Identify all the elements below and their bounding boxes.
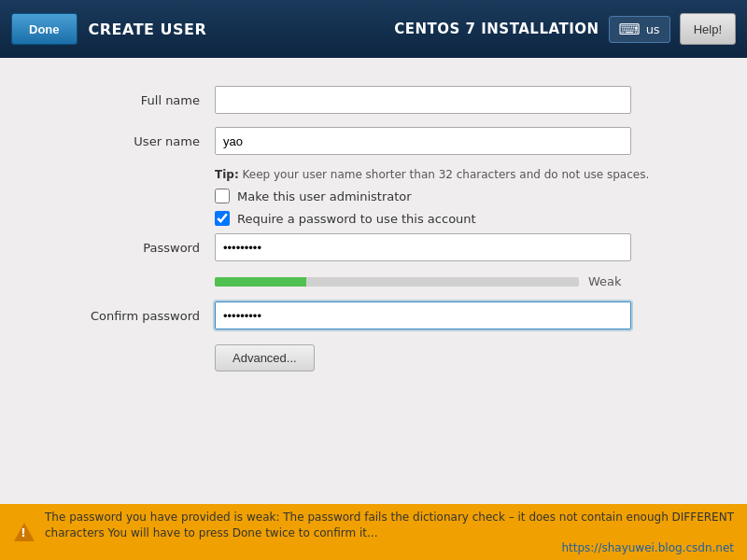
installation-title: CENTOS 7 INSTALLATION — [394, 21, 599, 37]
tip-text: Tip: Keep your user name shorter than 32… — [215, 168, 649, 181]
header: Done CREATE USER CENTOS 7 INSTALLATION ⌨… — [0, 0, 747, 58]
admin-checkbox-label[interactable]: Make this user administrator — [215, 189, 412, 203]
warning-url: https://shayuwei.blog.csdn.net — [45, 541, 734, 554]
password-label: Password — [56, 241, 215, 255]
tip-row: Tip: Keep your user name shorter than 32… — [56, 168, 691, 181]
admin-checkbox[interactable] — [215, 189, 230, 203]
fullname-row: Full name — [56, 86, 691, 114]
require-password-text: Require a password to use this account — [237, 212, 476, 226]
warning-text-container: The password you have provided is weak: … — [45, 510, 734, 554]
warning-bar: The password you have provided is weak: … — [0, 504, 747, 560]
confirm-password-label: Confirm password — [56, 309, 215, 323]
confirm-password-row: Confirm password — [56, 301, 691, 329]
fullname-label: Full name — [56, 93, 215, 107]
confirm-password-input[interactable] — [215, 301, 631, 329]
password-input[interactable] — [215, 233, 631, 261]
strength-row: Weak — [56, 274, 691, 288]
help-button[interactable]: Help! — [680, 13, 736, 45]
keyboard-indicator[interactable]: ⌨ us — [609, 16, 670, 43]
fullname-input[interactable] — [215, 86, 631, 114]
warning-text: The password you have provided is weak: … — [45, 511, 734, 539]
done-button[interactable]: Done — [11, 13, 78, 45]
admin-checkbox-text: Make this user administrator — [237, 189, 412, 203]
password-row: Password — [56, 233, 691, 261]
page-title: CREATE USER — [89, 21, 207, 38]
require-password-row: Require a password to use this account — [56, 211, 691, 226]
main-content: Full name User name Tip: Keep your user … — [0, 58, 747, 504]
warning-icon — [13, 521, 35, 543]
require-password-label[interactable]: Require a password to use this account — [215, 211, 476, 226]
header-left: Done CREATE USER — [11, 0, 206, 58]
header-right: CENTOS 7 INSTALLATION ⌨ us Help! — [394, 0, 736, 58]
warning-triangle-icon — [14, 523, 35, 541]
require-password-checkbox[interactable] — [215, 211, 230, 226]
username-label: User name — [56, 134, 215, 148]
keyboard-icon: ⌨ — [619, 21, 641, 38]
admin-checkbox-row: Make this user administrator — [56, 189, 691, 203]
advanced-button[interactable]: Advanced... — [215, 344, 315, 371]
keyboard-layout: us — [646, 22, 660, 36]
strength-bar-fill — [215, 277, 306, 287]
username-input[interactable] — [215, 127, 631, 155]
strength-label: Weak — [588, 274, 631, 288]
tip-content: Keep your user name shorter than 32 char… — [243, 168, 650, 181]
strength-bar-container — [215, 277, 579, 287]
username-row: User name — [56, 127, 691, 155]
advanced-row: Advanced... — [56, 344, 691, 371]
tip-label: Tip: — [215, 168, 239, 181]
